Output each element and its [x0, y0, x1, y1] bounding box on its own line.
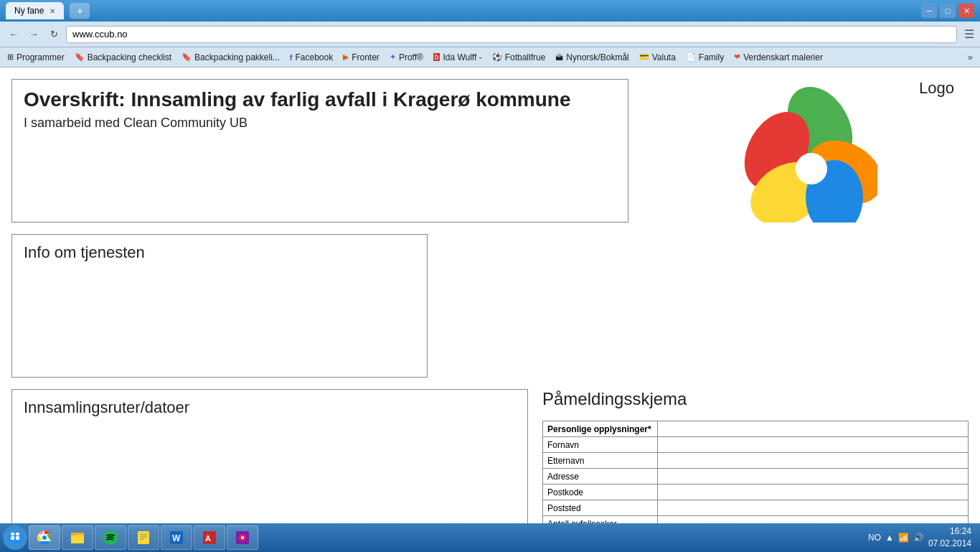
bookmark-icon: 🔖 — [75, 52, 85, 62]
bookmark-programmer[interactable]: ⊞ Programmer — [3, 51, 69, 64]
bookmark-verdenskart[interactable]: ❤ Verdenskart malerier — [730, 51, 827, 64]
table-row: Antall avfallsesker — [543, 516, 969, 524]
field-fornavn-input[interactable] — [657, 437, 968, 453]
svg-rect-9 — [11, 533, 14, 535]
taskbar-acrobat[interactable]: A — [194, 525, 225, 550]
bookmark-family[interactable]: 📄 Family — [682, 51, 728, 64]
verdenskart-icon: ❤ — [734, 52, 740, 62]
tab-label: Ny fane — [14, 6, 44, 16]
table-header-row: Personlige opplysninger* — [543, 421, 969, 437]
bookmark-fotballfrue[interactable]: ⚽ Fotballfrue — [488, 51, 550, 64]
ida-icon: b — [433, 53, 440, 61]
bookmark-facebook[interactable]: f Facebook — [286, 51, 337, 64]
taskbar-chrome[interactable] — [29, 525, 60, 550]
info-label: Info om tjenesten — [24, 243, 415, 262]
maximize-button[interactable]: □ — [940, 4, 956, 18]
browser-tab[interactable]: Ny fane ✕ — [6, 2, 64, 19]
taskbar-network-icon: 📶 — [898, 533, 909, 543]
field-postkode: Postkode — [543, 485, 658, 500]
taskbar-right: NO ▲ 📶 🔊 16:24 07.02.2014 — [868, 525, 977, 550]
form-header-cell: Personlige opplysninger* — [543, 421, 658, 437]
logo-label: Logo — [919, 79, 954, 98]
bookmark-backpacking-pakkeli[interactable]: 🔖 Backpacking pakkeli... — [177, 51, 284, 64]
taskbar-spotify[interactable] — [95, 525, 126, 550]
taskbar-language: NO — [868, 533, 881, 543]
page-subtitle: I samarbeid med Clean Community UB — [24, 116, 616, 131]
page-title: Overskrift: Innsamling av farlig avfall … — [24, 88, 616, 111]
back-button[interactable]: ← — [6, 27, 22, 42]
field-postkode-input[interactable] — [657, 485, 968, 500]
taskbar-notes[interactable] — [128, 525, 159, 550]
form-title: Påmeldingsskjema — [542, 389, 969, 409]
svg-rect-15 — [71, 535, 84, 543]
title-box: Overskrift: Innsamling av farlig avfall … — [11, 79, 628, 223]
info-box: Info om tjenesten — [11, 234, 428, 378]
lower-section: Innsamlingsruter/datoer Påmeldingsskjema… — [11, 389, 969, 523]
bookmark-fronter[interactable]: ▶ Fronter — [339, 51, 384, 64]
field-etternavn: Etternavn — [543, 453, 658, 469]
start-button[interactable] — [3, 525, 27, 550]
taskbar-word[interactable]: W — [161, 525, 192, 550]
valuta-icon: 💳 — [639, 52, 649, 62]
close-button[interactable]: ✕ — [958, 4, 974, 18]
fronter-icon: ▶ — [343, 52, 349, 62]
nynorsk-icon: 🏔 — [555, 53, 563, 62]
field-adresse-input[interactable] — [657, 469, 968, 485]
svg-text:W: W — [172, 533, 181, 543]
svg-point-13 — [42, 535, 47, 540]
field-poststed-input[interactable] — [657, 500, 968, 516]
taskbar: W A NO ▲ 📶 🔊 16:24 07.02.2014 — [0, 523, 980, 552]
svg-point-6 — [9, 531, 22, 544]
field-poststed: Poststed — [543, 500, 658, 516]
window-controls: ─ □ ✕ — [921, 4, 974, 18]
bookmark-icon: 🔖 — [182, 52, 192, 62]
taskbar-up-arrow: ▲ — [885, 533, 894, 543]
field-etternavn-input[interactable] — [657, 453, 968, 469]
minimize-button[interactable]: ─ — [921, 4, 937, 18]
svg-rect-18 — [138, 531, 149, 544]
taskbar-clock: 16:24 07.02.2014 — [928, 525, 971, 550]
flower-logo — [734, 86, 877, 223]
svg-point-5 — [796, 153, 827, 184]
bookmark-icon: ⊞ — [7, 52, 14, 62]
svg-rect-16 — [71, 533, 77, 535]
address-bar: ← → ↻ www.ccub.no ☰ — [0, 22, 980, 47]
bookmarks-bar: ⊞ Programmer 🔖 Backpacking checklist 🔖 B… — [0, 47, 980, 67]
bookmarks-more-button[interactable]: » — [963, 50, 977, 64]
registration-table: Personlige opplysninger* Fornavn Etterna… — [542, 421, 969, 523]
svg-rect-7 — [11, 536, 14, 540]
tab-close-icon[interactable]: ✕ — [50, 7, 55, 15]
header-section: Overskrift: Innsamling av farlig avfall … — [11, 79, 969, 223]
title-bar: Ny fane ✕ + ─ □ ✕ — [0, 0, 980, 22]
url-input[interactable]: www.ccub.no — [66, 26, 957, 43]
registration-area: Påmeldingsskjema Personlige opplysninger… — [542, 389, 969, 523]
reload-button[interactable]: ↻ — [46, 27, 62, 42]
clock-time: 16:24 — [928, 525, 971, 538]
field-fornavn: Fornavn — [543, 437, 658, 453]
page-content: Overskrift: Innsamling av farlig avfall … — [0, 67, 980, 523]
bookmark-proff[interactable]: ✦ Proff® — [385, 51, 428, 64]
bookmark-valuta[interactable]: 💳 Valuta — [635, 51, 680, 64]
taskbar-paint[interactable] — [227, 525, 258, 550]
svg-point-28 — [241, 536, 244, 539]
family-icon: 📄 — [686, 52, 696, 62]
taskbar-volume-icon: 🔊 — [913, 533, 924, 543]
svg-rect-8 — [16, 536, 19, 540]
routes-label: Innsamlingsruter/datoer — [24, 398, 516, 417]
fotballfrue-icon: ⚽ — [492, 52, 502, 62]
field-avfallsesker: Antall avfallsesker — [543, 516, 658, 524]
menu-button[interactable]: ☰ — [964, 27, 974, 41]
field-avfallsesker-input[interactable] — [657, 516, 968, 524]
svg-text:A: A — [205, 534, 211, 543]
table-row: Etternavn — [543, 453, 969, 469]
taskbar-files[interactable] — [62, 525, 93, 550]
bookmark-backpacking-checklist[interactable]: 🔖 Backpacking checklist — [70, 51, 176, 64]
clock-date: 07.02.2014 — [928, 538, 971, 550]
bookmark-nynorsk[interactable]: 🏔 Nynorsk/Bokmål — [551, 51, 633, 64]
bookmark-ida[interactable]: b Ida Wulff - — [429, 51, 486, 64]
forward-button[interactable]: → — [26, 27, 42, 42]
new-tab-button[interactable]: + — [70, 3, 90, 19]
proff-icon: ✦ — [390, 52, 396, 62]
svg-rect-10 — [16, 533, 19, 535]
logo-area: Logo — [643, 79, 969, 223]
